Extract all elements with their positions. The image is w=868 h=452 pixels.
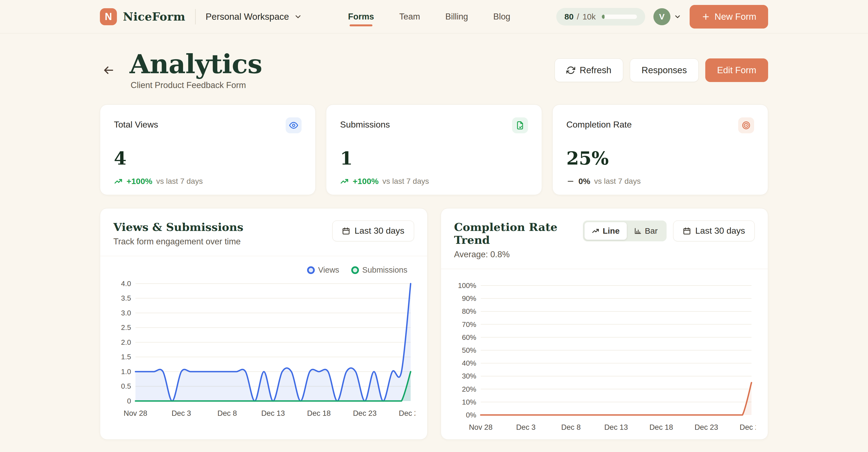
trending-up-icon: [114, 177, 123, 186]
svg-text:Nov 28: Nov 28: [124, 409, 147, 417]
stat-label: Submissions: [340, 120, 390, 130]
svg-text:1.0: 1.0: [121, 367, 131, 376]
nav-team[interactable]: Team: [399, 0, 420, 33]
stat-card-total-views: Total Views 4 +100% vs last 7 days: [100, 104, 316, 195]
target-icon: [738, 118, 754, 133]
svg-text:10%: 10%: [462, 398, 476, 406]
trend-percent: +100%: [353, 176, 378, 186]
page-subtitle: Client Product Feedback Form: [131, 80, 262, 90]
stat-value: 4: [114, 149, 302, 167]
date-range-button[interactable]: Last 30 days: [673, 221, 755, 241]
svg-text:Dec 18: Dec 18: [307, 409, 331, 417]
svg-text:Dec 28: Dec 28: [399, 409, 415, 417]
svg-text:80%: 80%: [462, 307, 476, 315]
usage-progress-fill: [602, 14, 604, 19]
svg-text:Dec 23: Dec 23: [353, 409, 376, 417]
refresh-button[interactable]: Refresh: [555, 58, 623, 82]
svg-text:Dec 8: Dec 8: [561, 423, 581, 431]
svg-text:100%: 100%: [458, 281, 476, 290]
chevron-down-icon: [294, 12, 302, 21]
svg-text:50%: 50%: [462, 346, 476, 354]
trend-note: vs last 7 days: [156, 177, 203, 186]
top-navigation: N NiceForm Personal Workspace Forms Team…: [0, 0, 868, 33]
usage-used: 80: [564, 12, 574, 22]
logo-initial: N: [105, 11, 112, 23]
main-nav: Forms Team Billing Blog: [348, 0, 510, 33]
workspace-selector[interactable]: Personal Workspace: [206, 11, 302, 22]
legend-label: Views: [318, 265, 339, 275]
stat-label: Completion Rate: [566, 120, 632, 130]
plus-icon: [702, 12, 710, 21]
stat-card-completion-rate: Completion Rate 25% 0% vs last 7 days: [552, 104, 768, 195]
main-content: Analytics Client Product Feedback Form R…: [0, 51, 868, 440]
chart-legend: Views Submissions: [111, 261, 415, 277]
chevron-down-icon[interactable]: [674, 13, 681, 21]
svg-text:60%: 60%: [462, 333, 476, 342]
toggle-line-button[interactable]: Line: [585, 222, 627, 240]
trending-up-icon: [592, 227, 599, 235]
svg-text:2.0: 2.0: [121, 338, 131, 346]
app-root: N NiceForm Personal Workspace Forms Team…: [0, 0, 868, 440]
stat-value: 25%: [566, 149, 754, 167]
new-form-button[interactable]: New Form: [690, 5, 768, 29]
svg-text:0.5: 0.5: [121, 382, 131, 390]
calendar-icon: [342, 227, 350, 235]
date-range-button[interactable]: Last 30 days: [332, 221, 414, 241]
calendar-icon: [683, 227, 691, 235]
edit-form-button[interactable]: Edit Form: [705, 58, 768, 82]
responses-button[interactable]: Responses: [630, 58, 699, 82]
chart-title: Completion Rate Trend: [454, 221, 583, 246]
avatar-initial: V: [659, 12, 665, 22]
stat-value: 1: [340, 149, 528, 167]
trend-percent: +100%: [126, 176, 152, 186]
stat-label: Total Views: [114, 120, 158, 130]
chart-section: Views & Submissions Track form engagemen…: [100, 208, 768, 440]
svg-text:Dec 13: Dec 13: [604, 423, 628, 431]
toggle-bar-button[interactable]: Bar: [627, 222, 665, 240]
trending-up-icon: [340, 177, 349, 186]
workspace-label: Personal Workspace: [206, 11, 289, 22]
usage-badge[interactable]: 80 / 10k: [556, 8, 645, 26]
svg-text:30%: 30%: [462, 372, 476, 380]
chart-subtitle: Track form engagement over time: [113, 237, 243, 247]
header-divider: [195, 9, 196, 24]
page-header: Analytics Client Product Feedback Form R…: [100, 51, 768, 90]
svg-text:Dec 28: Dec 28: [740, 423, 756, 431]
avatar[interactable]: V: [653, 8, 671, 25]
svg-text:90%: 90%: [462, 294, 476, 302]
account-menu[interactable]: V: [653, 8, 681, 25]
logo[interactable]: N NiceForm: [100, 8, 185, 25]
legend-label: Submissions: [362, 265, 407, 275]
logo-icon: N: [100, 8, 117, 25]
usage-limit: 10k: [582, 12, 595, 22]
svg-text:0%: 0%: [466, 411, 476, 419]
trend-note: vs last 7 days: [382, 177, 429, 186]
usage-separator: /: [577, 12, 579, 22]
legend-item-views[interactable]: Views: [307, 265, 339, 276]
svg-text:4.0: 4.0: [121, 280, 131, 288]
chart-type-toggle: Line Bar: [583, 221, 666, 241]
svg-text:Dec 18: Dec 18: [649, 423, 673, 431]
stat-cards: Total Views 4 +100% vs last 7 days Submi…: [100, 104, 768, 195]
back-button[interactable]: [100, 62, 117, 79]
svg-text:Dec 23: Dec 23: [694, 423, 718, 431]
arrow-left-icon: [102, 64, 115, 76]
svg-text:Dec 3: Dec 3: [172, 409, 191, 417]
views-submissions-chart-card: Views & Submissions Track form engagemen…: [100, 208, 428, 440]
svg-text:Dec 3: Dec 3: [516, 423, 535, 431]
file-check-icon: [512, 118, 528, 133]
svg-text:70%: 70%: [462, 320, 476, 328]
svg-text:3.0: 3.0: [121, 309, 131, 317]
trend-percent: 0%: [579, 176, 590, 186]
nav-blog[interactable]: Blog: [493, 0, 510, 33]
nav-billing[interactable]: Billing: [445, 0, 468, 33]
logo-text: NiceForm: [123, 10, 185, 23]
svg-text:20%: 20%: [462, 385, 476, 393]
svg-text:40%: 40%: [462, 359, 476, 367]
legend-dot: [351, 266, 359, 274]
page-title: Analytics: [129, 51, 262, 78]
svg-text:0: 0: [127, 397, 131, 405]
svg-text:2.5: 2.5: [121, 323, 131, 332]
nav-forms[interactable]: Forms: [348, 0, 374, 33]
legend-item-submissions[interactable]: Submissions: [351, 265, 407, 276]
